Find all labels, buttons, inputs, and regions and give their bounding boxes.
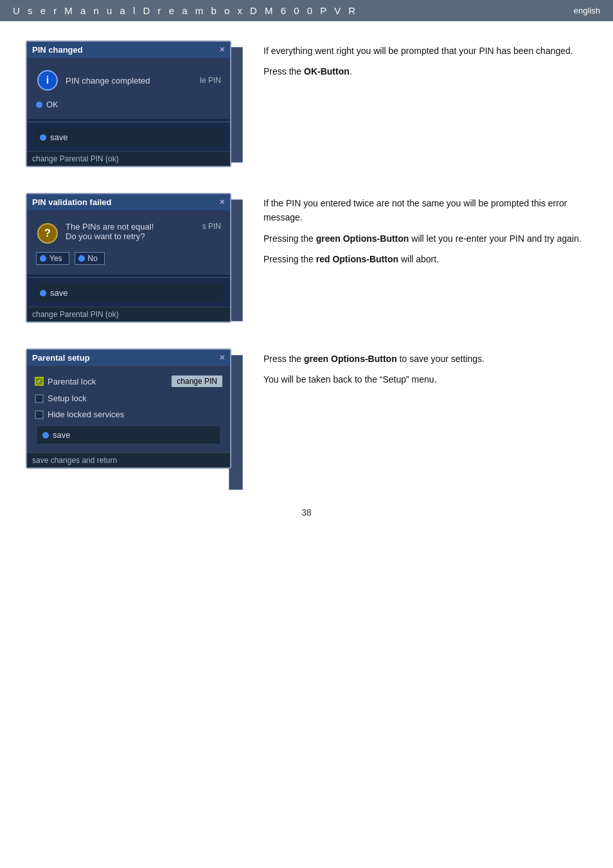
pin-failed-panel: PIN validation failed ✕ ? The PINs are n… [26,193,231,323]
yes-label: Yes [49,254,62,263]
parental-titlebar: Parental setup ✕ [27,350,230,366]
parental-setup-panel: Parental setup ✕ ✓ Parental lock change … [26,348,231,469]
setup-lock-checkbox[interactable] [35,394,44,403]
desc-col-2: If the PIN you entered twice are not the… [263,193,587,273]
save-area-2: save [27,280,230,307]
parental-body: ✓ Parental lock change PIN Setup lock [27,366,230,453]
info-icon-wrapper: i [36,69,59,92]
manual-title: U s e r M a n u a l D r e a m b o x D M … [13,5,358,16]
section-pin-changed: PIN changed ✕ i PIN change completed le … [26,41,587,167]
save-bullet-3 [42,432,49,439]
panel-divider-1 [27,122,230,122]
ok-label[interactable]: OK [46,100,58,109]
setup-lock-row: Setup lock [35,390,222,406]
page-header: U s e r M a n u a l D r e a m b o x D M … [0,0,613,21]
green-btn-bold: green Options-Button [316,233,409,244]
pin-changed-side: le PIN [189,76,221,85]
desc-2-line3: Pressing the red Options-Button will abo… [263,252,587,266]
pin-failed-line2: Do you want to retry? [66,231,182,241]
no-bullet [78,255,85,262]
status-text-2: change Parental PIN (ok) [32,310,119,319]
pin-changed-body: i PIN change completed le PIN OK [27,58,230,119]
desc-3-line1: Press the green Options-Button to save y… [263,352,587,366]
pin-failed-title: PIN validation failed [32,197,112,207]
section-pin-failed: PIN validation failed ✕ ? The PINs are n… [26,193,587,323]
question-icon: ? [37,223,58,244]
green-options-bold: green Options-Button [304,354,397,364]
status-text-1: change Parental PIN (ok) [32,154,119,163]
info-icon: i [37,70,58,91]
pin-changed-msg-row: i PIN change completed le PIN [33,64,224,96]
pin-changed-panel: PIN changed ✕ i PIN change completed le … [26,41,231,167]
status-text-3: save changes and return [32,456,117,465]
desc-col-3: Press the green Options-Button to save y… [263,348,587,393]
save-row-1: save [35,129,222,146]
parental-lock-label: Parental lock [48,377,96,386]
hide-services-label: Hide locked services [48,410,124,419]
change-pin-button[interactable]: change PIN [172,375,222,387]
save-label-2[interactable]: save [50,288,67,298]
pin-failed-line1: The PINs are not equal! [66,222,182,231]
section-parental-setup: Parental setup ✕ ✓ Parental lock change … [26,348,587,469]
language-label: english [574,6,600,15]
close-icon: ✕ [219,46,225,54]
no-label: No [88,254,98,263]
pin-changed-title: PIN changed [32,45,83,55]
hide-services-left: Hide locked services [35,410,124,419]
no-button[interactable]: No [75,252,105,265]
yes-bullet [40,255,46,262]
close-icon-2: ✕ [219,198,225,206]
page-number: 38 [26,494,587,530]
parental-title: Parental setup [32,353,90,363]
desc-col-1: If everything went right you will be pro… [263,41,587,86]
ok-button-bold: OK-Button [304,66,350,77]
hide-services-row: Hide locked services [35,406,222,422]
ok-bullet [36,102,42,108]
pin-failed-msg-row: ? The PINs are not equal! Do you want to… [33,217,224,249]
pin-changed-message: PIN change completed [66,76,182,86]
desc-3-line2: You will be taken back to the “Setup” me… [263,372,587,386]
hide-services-checkbox[interactable] [35,410,44,419]
yesno-row: Yes No [33,249,224,268]
parental-lock-row: ✓ Parental lock change PIN [35,372,222,390]
desc-2-line2: Pressing the green Options-Button will l… [263,231,587,246]
parental-lock-checkbox[interactable]: ✓ [35,377,44,386]
close-icon-3: ✕ [219,354,225,362]
pin-failed-text-block: The PINs are not equal! Do you want to r… [66,222,182,241]
ok-row: OK [33,96,224,113]
status-bar-1: change Parental PIN (ok) [27,151,230,166]
status-bar-3: save changes and return [27,453,230,467]
page-content: PIN changed ✕ i PIN change completed le … [0,21,613,550]
save-label-1[interactable]: save [50,132,67,142]
save-bullet-1 [40,134,46,141]
pin-changed-titlebar: PIN changed ✕ [27,42,230,58]
parental-lock-left: ✓ Parental lock [35,377,96,386]
pin-failed-body: ? The PINs are not equal! Do you want to… [27,210,230,275]
setup-lock-label: Setup lock [48,393,87,403]
desc-2-line1: If the PIN you entered twice are not the… [263,196,587,225]
save-label-3[interactable]: save [53,430,70,440]
setup-lock-left: Setup lock [35,393,87,403]
pin-failed-side: s PIN [189,222,221,231]
yes-button[interactable]: Yes [36,252,69,265]
save-bullet-2 [40,290,46,296]
save-area-1: save [27,125,230,151]
save-row-3: save [37,426,220,444]
question-icon-wrapper: ? [36,222,59,245]
save-row-2: save [35,284,222,302]
panel-divider-2 [27,277,230,278]
pin-failed-titlebar: PIN validation failed ✕ [27,194,230,210]
desc-1-line2: Press the OK-Button. [263,64,587,78]
desc-1-line1: If everything went right you will be pro… [263,44,587,58]
status-bar-2: change Parental PIN (ok) [27,307,230,321]
red-btn-bold: red Options-Button [316,254,398,264]
